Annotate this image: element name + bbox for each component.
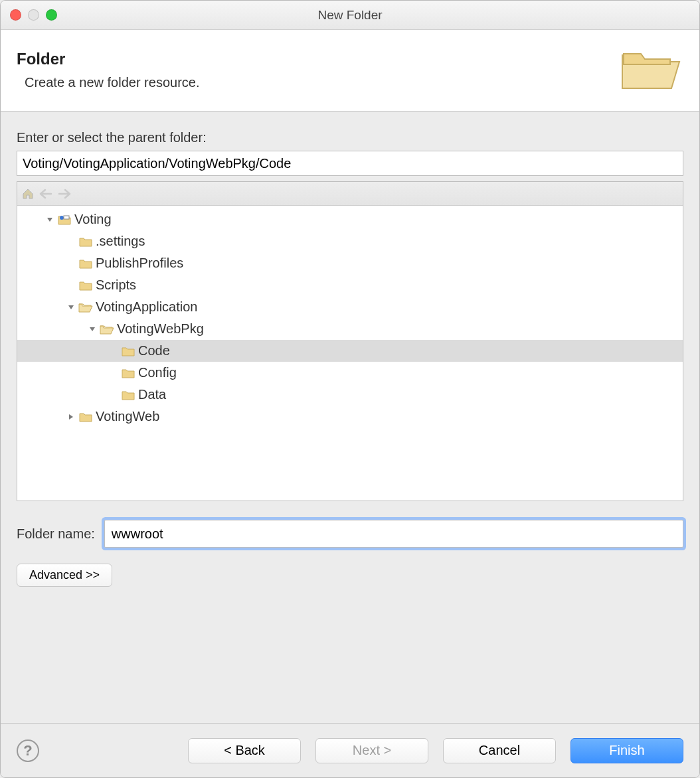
zoom-window-button[interactable] (46, 9, 57, 21)
tree-node-scripts[interactable]: Scripts (17, 274, 683, 296)
tree-node--settings[interactable]: .settings (17, 230, 683, 252)
folder-name-input[interactable] (104, 520, 683, 548)
tree-node-config[interactable]: Config (17, 362, 683, 384)
folder-open-icon (100, 323, 114, 336)
parent-folder-label: Enter or select the parent folder: (17, 130, 683, 145)
tree-node-label: VotingWebPkg (117, 321, 204, 337)
tree-node-label: .settings (96, 234, 145, 249)
folder-icon (121, 366, 135, 380)
tree-node-label: Voting (74, 212, 112, 227)
folder-tree[interactable]: Voting.settingsPublishProfilesScriptsVot… (17, 206, 683, 501)
cancel-button[interactable]: Cancel (443, 738, 556, 763)
folder-icon (121, 345, 135, 358)
window-title: New Folder (1, 8, 699, 23)
tree-node-label: Scripts (96, 277, 136, 293)
nav-forward-icon[interactable] (57, 188, 72, 200)
folder-icon (121, 388, 135, 402)
chevron-none (65, 279, 77, 291)
chevron-down-icon[interactable] (86, 323, 98, 335)
tree-node-label: VotingWeb (96, 409, 159, 424)
folder-name-label: Folder name: (17, 526, 95, 542)
home-icon[interactable] (21, 187, 35, 200)
folder-tree-panel: Voting.settingsPublishProfilesScriptsVot… (17, 181, 683, 501)
nav-back-icon[interactable] (39, 188, 53, 200)
chevron-down-icon[interactable] (44, 214, 56, 226)
minimize-window-button (28, 9, 39, 21)
back-button[interactable]: < Back (188, 738, 301, 763)
tree-node-votingweb[interactable]: VotingWeb (17, 406, 683, 428)
tree-node-voting[interactable]: Voting (17, 208, 683, 230)
chevron-none (108, 389, 120, 401)
advanced-button[interactable]: Advanced >> (17, 564, 112, 587)
tree-node-data[interactable]: Data (17, 384, 683, 406)
folder-icon (78, 235, 93, 248)
title-bar: New Folder (1, 1, 699, 30)
tree-node-votingapplication[interactable]: VotingApplication (17, 296, 683, 318)
folder-open-icon (617, 42, 683, 98)
chevron-none (65, 236, 77, 248)
folder-icon (78, 257, 93, 270)
folder-icon (78, 410, 93, 424)
banner-heading: Folder (17, 50, 199, 68)
chevron-down-icon[interactable] (65, 301, 77, 313)
next-button: Next > (315, 738, 428, 763)
tree-node-label: Config (138, 365, 177, 380)
tree-node-label: Data (138, 387, 166, 402)
chevron-none (65, 258, 77, 270)
help-icon[interactable]: ? (17, 739, 39, 762)
chevron-none (108, 345, 120, 357)
wizard-banner: Folder Create a new folder resource. (1, 30, 699, 112)
tree-node-label: PublishProfiles (96, 256, 183, 271)
chevron-none (108, 367, 120, 379)
tree-node-code[interactable]: Code (17, 340, 683, 362)
close-window-button[interactable] (10, 9, 21, 21)
svg-point-0 (60, 216, 64, 220)
tree-node-label: VotingApplication (96, 299, 197, 315)
parent-folder-input[interactable] (17, 151, 683, 176)
banner-subtext: Create a new folder resource. (25, 75, 199, 90)
tree-node-publishprofiles[interactable]: PublishProfiles (17, 252, 683, 274)
svg-rect-1 (64, 216, 69, 219)
finish-button[interactable]: Finish (570, 738, 683, 763)
folder-icon (78, 279, 93, 292)
folder-open-icon (78, 301, 93, 314)
tree-node-label: Code (138, 343, 170, 358)
wizard-footer: ? < Back Next > Cancel Finish (1, 723, 699, 777)
tree-node-votingwebpkg[interactable]: VotingWebPkg (17, 318, 683, 340)
chevron-right-icon[interactable] (65, 411, 77, 423)
project-icon (57, 213, 72, 226)
window-controls (10, 9, 57, 21)
